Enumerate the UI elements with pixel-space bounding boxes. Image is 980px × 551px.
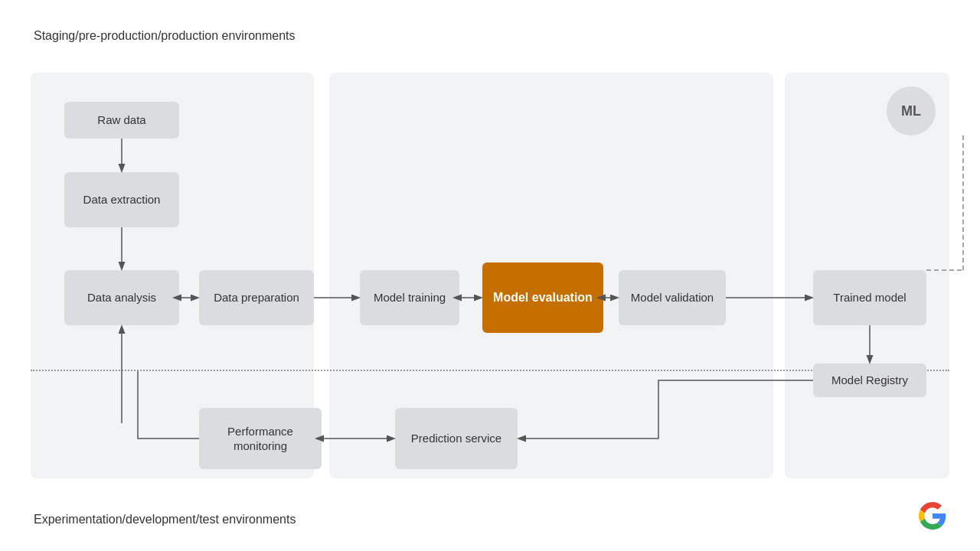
data-preparation-box: Data preparation	[199, 270, 314, 325]
model-validation-box: Model validation	[619, 270, 726, 325]
model-evaluation-box: Model evaluation	[482, 262, 603, 333]
model-registry-box: Model Registry	[813, 364, 926, 397]
data-analysis-box: Data analysis	[64, 270, 179, 325]
dotted-divider	[31, 370, 949, 371]
bottom-label: Experimentation/development/test environ…	[34, 513, 296, 527]
ml-circle: ML	[887, 86, 936, 135]
prediction-service-box: Prediction service	[395, 408, 518, 469]
diagram: ML Raw data Data extraction Data analysi…	[31, 73, 949, 478]
trained-model-box: Trained model	[813, 270, 926, 325]
google-cloud-logo	[919, 502, 946, 530]
performance-monitoring-box: Performance monitoring	[199, 408, 322, 469]
raw-data-box: Raw data	[64, 102, 179, 139]
top-label: Staging/pre-production/production enviro…	[34, 29, 296, 43]
model-training-box: Model training	[360, 270, 459, 325]
data-extraction-box: Data extraction	[64, 172, 179, 227]
